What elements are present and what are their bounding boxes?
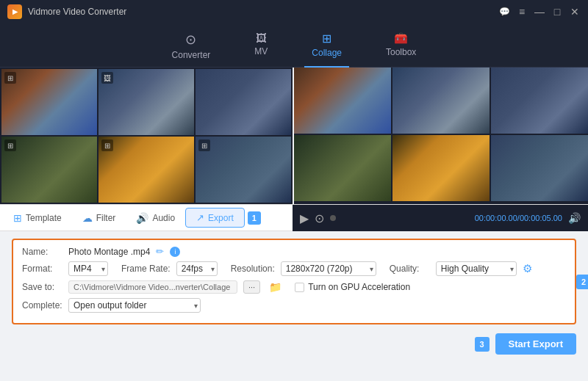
cell-5-icon: ⊞	[101, 139, 113, 151]
preview-cell-3	[491, 68, 588, 134]
logo-text: ▶	[12, 8, 18, 15]
quality-select[interactable]: High Quality Medium Quality	[436, 261, 517, 276]
name-row: Name: Photo Montage .mp4 ✏ i	[22, 246, 566, 257]
cell-6-icon: ⊞	[198, 139, 210, 151]
gpu-acceleration-checkbox[interactable]	[295, 283, 304, 292]
menu-icon[interactable]: ≡	[516, 6, 528, 18]
preview-cell-4	[294, 135, 391, 201]
preview-cell-1	[294, 68, 391, 134]
tab-converter-label: Converter	[172, 50, 211, 60]
mv-icon: 🖼	[256, 32, 267, 44]
content-area: ⊞ 🖼 ⊞ ⊞ ⊞	[0, 68, 588, 381]
app-title: Vidmore Video Converter	[28, 7, 498, 17]
tab-collage[interactable]: ⊞ Collage	[304, 29, 349, 68]
tab-toolbox[interactable]: 🧰 Toolbox	[379, 29, 423, 68]
export-label: Export	[208, 213, 234, 223]
tab-mv[interactable]: 🖼 MV	[247, 29, 275, 68]
audio-icon: 🔊	[136, 212, 148, 224]
saveto-row: Save to: ··· 📁 Turn on GPU Acceleration	[22, 280, 566, 294]
template-grid: ⊞ 🖼 ⊞ ⊞ ⊞	[0, 68, 293, 204]
framerate-select-wrapper: 24fps 30fps 60fps	[176, 261, 218, 276]
preview-cell-6	[491, 135, 588, 201]
converter-icon: ⊙	[185, 32, 196, 48]
framerate-label: Frame Rate:	[121, 264, 171, 274]
folder-icon[interactable]: 📁	[269, 281, 282, 293]
chat-icon[interactable]: 💬	[498, 6, 510, 18]
step-1-badge: 1	[248, 211, 261, 225]
export-icon: ↗	[196, 212, 204, 223]
stop-icon[interactable]: ⊙	[315, 211, 324, 225]
format-row: Format: MP4 AVI MOV Frame Rate: 24fps 30…	[22, 261, 566, 276]
format-select[interactable]: MP4 AVI MOV	[68, 261, 108, 276]
quality-label: Quality:	[390, 264, 430, 274]
export-settings-panel: Name: Photo Montage .mp4 ✏ i Format: MP4…	[12, 239, 576, 324]
cell-2-icon: 🖼	[101, 72, 113, 84]
tab-toolbox-label: Toolbox	[386, 47, 416, 57]
template-button[interactable]: ⊞ Template	[3, 208, 72, 228]
template-cell-1[interactable]: ⊞	[1, 69, 97, 135]
complete-label: Complete:	[22, 300, 62, 311]
tab-collage-label: Collage	[312, 48, 342, 58]
maximize-button[interactable]: □	[551, 6, 563, 18]
preview-grid	[294, 68, 588, 201]
app-logo: ▶	[7, 4, 22, 19]
window-controls: 💬 ≡ — □ ✕	[498, 6, 581, 18]
name-value: Photo Montage .mp4	[68, 247, 150, 257]
name-label: Name:	[22, 247, 62, 257]
collage-icon: ⊞	[322, 32, 331, 46]
complete-select-wrapper: Open output folder Do nothing	[68, 298, 201, 313]
preview-panel	[293, 68, 588, 204]
template-grid-panel: ⊞ 🖼 ⊞ ⊞ ⊞	[0, 68, 293, 204]
format-label: Format:	[22, 264, 62, 274]
step-2-badge: 2	[576, 275, 588, 289]
media-row: ⊞ 🖼 ⊞ ⊞ ⊞	[0, 68, 588, 204]
start-export-button[interactable]: Start Export	[495, 333, 576, 355]
filter-label: Filter	[96, 213, 116, 223]
close-button[interactable]: ✕	[569, 6, 581, 18]
saveto-path-input[interactable]	[68, 280, 237, 294]
resolution-select[interactable]: 1280x720 (720p) 1920x1080 (1080p)	[281, 261, 376, 276]
filter-button[interactable]: ☁ Filter	[72, 208, 126, 228]
template-cell-3[interactable]	[196, 69, 291, 135]
gpu-acceleration-wrapper[interactable]: Turn on GPU Acceleration	[295, 282, 410, 292]
minimize-button[interactable]: —	[534, 6, 545, 18]
info-icon[interactable]: i	[170, 247, 180, 257]
quality-settings-icon[interactable]: ⚙	[523, 262, 532, 275]
step-3-badge: 3	[475, 337, 490, 352]
template-cell-6[interactable]: ⊞	[196, 137, 291, 203]
export-button[interactable]: ↗ Export	[185, 208, 245, 228]
cell-4-icon: ⊞	[4, 139, 16, 151]
tab-mv-label: MV	[254, 46, 268, 57]
filter-icon: ☁	[82, 212, 93, 224]
browse-button[interactable]: ···	[243, 280, 260, 294]
volume-icon[interactable]: 🔊	[568, 212, 581, 224]
gpu-acceleration-label: Turn on GPU Acceleration	[308, 282, 410, 292]
action-row: 3 Start Export	[0, 330, 588, 359]
app-window: ▶ Vidmore Video Converter 💬 ≡ — □ ✕ ⊙ Co…	[0, 0, 588, 381]
resolution-select-wrapper: 1280x720 (720p) 1920x1080 (1080p)	[281, 261, 376, 276]
template-label: Template	[26, 213, 62, 223]
saveto-label: Save to:	[22, 282, 62, 292]
complete-select[interactable]: Open output folder Do nothing	[68, 298, 201, 313]
audio-button[interactable]: 🔊 Audio	[126, 208, 185, 228]
play-icon[interactable]: ▶	[300, 211, 309, 225]
template-cell-2[interactable]: 🖼	[98, 69, 194, 135]
title-bar: ▶ Vidmore Video Converter 💬 ≡ — □ ✕	[0, 0, 588, 23]
template-cell-4[interactable]: ⊞	[1, 137, 97, 203]
complete-row: Complete: Open output folder Do nothing	[22, 298, 566, 313]
nav-tabs: ⊙ Converter 🖼 MV ⊞ Collage 🧰 Toolbox	[0, 23, 588, 68]
template-icon: ⊞	[13, 212, 22, 224]
name-edit-icon[interactable]: ✏	[156, 246, 164, 257]
preview-time: 00:00:00.00/00:00:05.00	[475, 214, 562, 222]
tab-converter[interactable]: ⊙ Converter	[165, 29, 218, 68]
cell-1-icon: ⊞	[4, 72, 16, 84]
template-cell-5[interactable]: ⊞	[98, 137, 194, 203]
preview-cell-2	[392, 68, 490, 134]
resolution-label: Resolution:	[231, 264, 275, 274]
quality-select-wrapper: High Quality Medium Quality	[436, 261, 517, 276]
preview-cell-5	[392, 135, 490, 201]
framerate-select[interactable]: 24fps 30fps 60fps	[176, 261, 218, 276]
preview-progress-dot	[330, 215, 336, 221]
audio-label: Audio	[152, 213, 175, 223]
toolbox-icon: 🧰	[394, 32, 408, 45]
